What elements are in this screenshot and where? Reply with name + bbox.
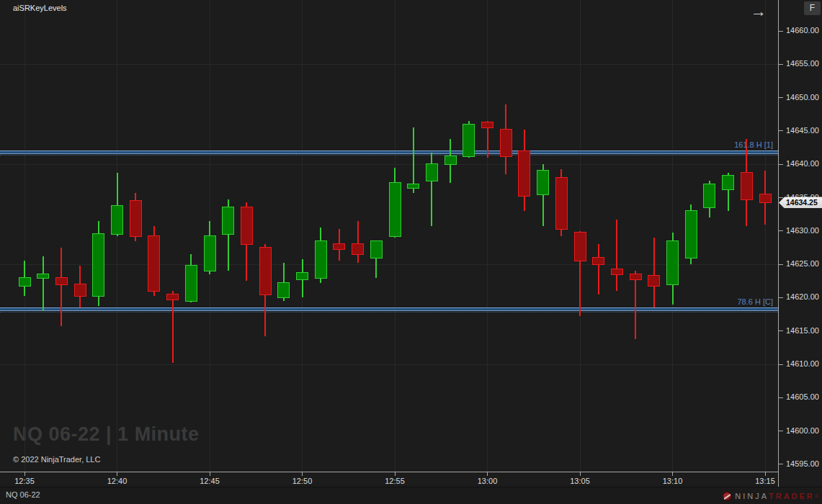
ninjatrader-logo-icon <box>723 492 732 501</box>
candle-wick <box>43 256 44 311</box>
brand-registered-mark: ® <box>815 494 818 499</box>
price-axis-tick <box>779 164 783 165</box>
horizontal-gridline <box>0 164 778 165</box>
vertical-gridline <box>302 0 303 472</box>
vertical-gridline <box>24 0 25 472</box>
price-axis-label: 14625.00 <box>786 259 819 268</box>
time-axis-tick <box>765 472 766 476</box>
last-price-marker: 14634.25 <box>779 197 822 208</box>
key-level-line[interactable] <box>0 307 778 311</box>
candle-body <box>222 207 234 235</box>
candle-body <box>703 184 715 208</box>
time-axis-tick <box>487 472 488 476</box>
time-axis-label: 12:55 <box>379 477 411 485</box>
candle-body <box>426 163 438 181</box>
candle-body <box>166 294 179 300</box>
price-axis-label: 14630.00 <box>786 226 819 235</box>
time-axis-label: 13:00 <box>472 477 504 485</box>
vertical-gridline <box>765 0 766 472</box>
horizontal-gridline <box>0 364 778 365</box>
price-axis-tick <box>779 364 783 365</box>
candle-wick <box>172 291 174 363</box>
price-axis-tick <box>779 330 783 331</box>
price-axis-tick <box>779 64 783 65</box>
time-axis-tick <box>302 472 303 476</box>
copyright-text: © 2022 NinjaTrader, LLC <box>13 455 100 464</box>
scroll-to-end-arrow-icon[interactable]: → <box>751 3 767 20</box>
candle-body <box>37 274 49 279</box>
key-level-label: 78.6 H [C] <box>737 297 773 306</box>
focus-button[interactable]: F <box>804 1 821 15</box>
candle-body <box>296 272 308 280</box>
ninjatrader-brand: NINJATRADER® <box>723 490 818 502</box>
candle-body <box>92 233 104 297</box>
candle-body <box>407 184 419 189</box>
price-axis-tick <box>779 297 783 298</box>
key-level-label: 161.8 H [1] <box>734 140 773 149</box>
time-axis-label: 12:40 <box>102 477 133 485</box>
price-axis-label: 14600.00 <box>786 426 819 435</box>
key-level-dotted <box>0 155 778 156</box>
candle-body <box>666 240 679 285</box>
price-axis-tick <box>779 431 783 431</box>
price-axis-label: 14645.00 <box>786 126 819 135</box>
candle-body <box>389 182 401 237</box>
price-axis-label: 14620.00 <box>786 292 819 301</box>
candle-wick <box>598 244 599 294</box>
time-axis-tick <box>210 472 210 476</box>
time-axis-tick <box>117 472 117 476</box>
price-axis-label: 14660.00 <box>786 26 819 35</box>
candle-body <box>555 177 568 230</box>
candle-body <box>370 240 383 258</box>
time-axis-label: 13:15 <box>749 477 781 485</box>
candle-wick <box>653 238 655 307</box>
candle-body <box>204 235 216 272</box>
time-axis-label: 13:10 <box>657 477 689 485</box>
chart-plot-area[interactable]: 161.8 H [1]78.6 H [C] <box>0 0 778 472</box>
candle-body <box>537 170 549 194</box>
price-axis-label: 14655.00 <box>786 59 819 68</box>
candle-body <box>55 277 68 285</box>
candle-body <box>722 175 734 190</box>
candle-body <box>444 156 457 166</box>
candle-body <box>241 207 253 245</box>
key-level-line[interactable] <box>0 150 778 154</box>
price-axis-label: 14615.00 <box>786 326 819 335</box>
time-axis[interactable]: 12:3512:4012:4512:5012:5513:0013:0513:10… <box>0 472 778 487</box>
candle-wick <box>616 220 617 292</box>
vertical-gridline <box>487 0 488 472</box>
candle-body <box>333 243 345 250</box>
horizontal-gridline <box>0 64 778 65</box>
bottom-tab-bar: NQ 06-22 NINJATRADER® <box>0 487 822 504</box>
brand-ninja-text: NINJA <box>735 492 769 500</box>
brand-trader-text: TRADER <box>769 492 815 500</box>
candle-body <box>463 124 475 157</box>
horizontal-gridline <box>0 264 778 265</box>
key-level-dotted <box>0 312 778 312</box>
ninjatrader-chart-window: NQ 06-22 | 1 Minute 161.8 H [1]78.6 H [C… <box>0 0 822 504</box>
candle-body <box>518 150 530 197</box>
candle-body <box>352 243 364 255</box>
price-axis-tick <box>779 397 783 398</box>
price-axis-tick <box>779 97 783 98</box>
time-axis-label: 13:05 <box>564 477 596 485</box>
candle-wick <box>635 271 636 339</box>
price-axis-label: 14650.00 <box>786 93 819 102</box>
candle-body <box>148 235 160 292</box>
candle-body <box>648 275 660 287</box>
price-axis-tick <box>779 264 783 265</box>
time-axis-tick <box>24 472 25 476</box>
indicator-label: aiSRKeyLevels <box>13 4 67 12</box>
time-axis-label: 12:50 <box>287 477 318 485</box>
candle-body <box>185 265 197 302</box>
candle-body <box>611 269 623 275</box>
time-axis-label: 12:35 <box>9 477 40 485</box>
candle-body <box>277 282 290 299</box>
tab-nq-06-22[interactable]: NQ 06-22 <box>6 490 40 499</box>
price-axis-tick <box>779 31 783 32</box>
candle-wick <box>357 221 359 263</box>
price-axis[interactable]: 14660.0014655.0014650.0014645.0014640.00… <box>778 0 822 487</box>
candle-body <box>19 277 31 287</box>
candle-wick <box>61 248 62 326</box>
price-axis-tick <box>779 464 783 464</box>
